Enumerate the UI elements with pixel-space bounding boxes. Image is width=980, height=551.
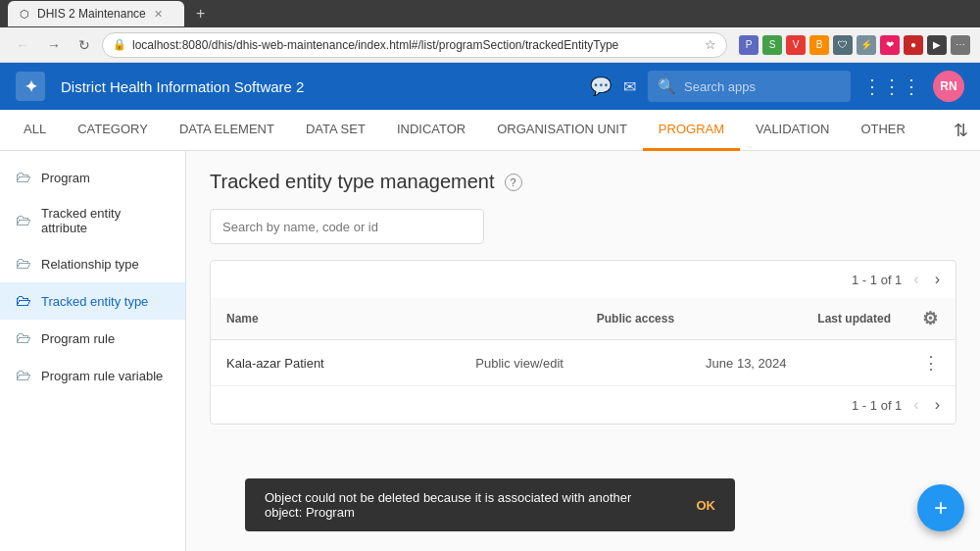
help-icon[interactable]: ? xyxy=(505,174,522,191)
pagination-bottom-text: 1 - 1 of 1 xyxy=(852,398,902,413)
tab-title: DHIS 2 Maintenance xyxy=(37,7,146,21)
browser-extensions: P S V B 🛡 ⚡ ❤ ● ▶ ⋯ xyxy=(739,35,970,55)
ext-icon-2[interactable]: S xyxy=(762,35,782,55)
cell-name: Kala-azar Patient xyxy=(211,340,460,386)
row-more-button[interactable]: ⋮ xyxy=(922,353,940,373)
tab-program[interactable]: PROGRAM xyxy=(643,110,740,151)
refresh-button[interactable]: ↻ xyxy=(73,33,96,57)
sidebar-item-relationship-type[interactable]: 🗁 Relationship type xyxy=(0,245,185,282)
th-last-updated: Last updated xyxy=(690,298,906,340)
tab-all[interactable]: ALL xyxy=(8,110,62,151)
filter-icon[interactable]: ⇅ xyxy=(950,116,972,145)
sidebar-item-label: Program rule xyxy=(41,331,115,346)
th-name: Name xyxy=(211,298,460,340)
sidebar-item-program[interactable]: 🗁 Program xyxy=(0,159,185,196)
tab-other[interactable]: OTHER xyxy=(845,110,921,151)
sidebar-item-label: Program xyxy=(41,171,90,185)
entity-search-input[interactable] xyxy=(210,209,484,244)
th-public-access: Public access xyxy=(460,298,690,340)
entity-table: Name Public access Last updated ⚙ Kala-a… xyxy=(211,298,956,386)
snackbar-ok-button[interactable]: OK xyxy=(697,498,716,513)
folder-icon: 🗁 xyxy=(16,367,31,384)
nav-tabs: ALL CATEGORY DATA ELEMENT DATA SET INDIC… xyxy=(0,110,980,151)
bookmark-icon[interactable]: ☆ xyxy=(705,37,716,52)
sidebar-item-label: Tracked entity type xyxy=(41,294,148,309)
app-logo: ✦ xyxy=(16,72,45,101)
fab-add-button[interactable]: + xyxy=(917,484,964,531)
tab-organisation-unit[interactable]: ORGANISATION UNIT xyxy=(481,110,643,151)
search-input[interactable] xyxy=(684,79,841,94)
tab-data-element[interactable]: DATA ELEMENT xyxy=(164,110,290,151)
sidebar: 🗁 Program 🗁 Tracked entity attribute 🗁 R… xyxy=(0,151,186,551)
tab-data-set[interactable]: DATA SET xyxy=(290,110,381,151)
sidebar-item-program-rule[interactable]: 🗁 Program rule xyxy=(0,320,185,357)
sidebar-item-label: Program rule variable xyxy=(41,369,163,383)
sidebar-item-tracked-entity-attribute[interactable]: 🗁 Tracked entity attribute xyxy=(0,196,185,245)
ext-icon-7[interactable]: ❤ xyxy=(880,35,900,55)
snackbar-message: Object could not be deleted because it i… xyxy=(265,490,658,520)
pagination-top-text: 1 - 1 of 1 xyxy=(852,273,902,287)
table-row: Kala-azar Patient Public view/edit June … xyxy=(211,340,956,386)
cell-last-updated: June 13, 2024 xyxy=(690,340,906,386)
ext-icon-1[interactable]: P xyxy=(739,35,759,55)
ext-icon-5[interactable]: 🛡 xyxy=(833,35,853,55)
table-container: 1 - 1 of 1 ‹ › Name Public access Last u… xyxy=(210,260,956,425)
search-container xyxy=(210,209,956,244)
tab-validation[interactable]: VALIDATION xyxy=(740,110,845,151)
search-icon: 🔍 xyxy=(658,77,676,95)
folder-icon: 🗁 xyxy=(16,292,31,310)
app-title: District Health Information Software 2 xyxy=(61,78,574,95)
folder-icon: 🗁 xyxy=(16,169,31,186)
lock-icon: 🔒 xyxy=(113,38,126,51)
tab-favicon: ⬡ xyxy=(20,8,29,21)
sidebar-item-label: Tracked entity attribute xyxy=(41,206,170,235)
search-bar[interactable]: 🔍 xyxy=(648,71,851,102)
tab-category[interactable]: CATEGORY xyxy=(62,110,164,151)
folder-icon: 🗁 xyxy=(16,329,31,347)
browser-chrome: ⬡ DHIS 2 Maintenance ✕ + xyxy=(0,0,980,27)
sidebar-item-tracked-entity-type[interactable]: 🗁 Tracked entity type xyxy=(0,282,185,320)
url-text: localhost:8080/dhis/dhis-web-maintenance… xyxy=(132,38,699,52)
table-header-row: Name Public access Last updated ⚙ xyxy=(211,298,956,340)
th-settings: ⚙ xyxy=(906,298,956,340)
logo-icon: ✦ xyxy=(24,77,37,96)
avatar[interactable]: RN xyxy=(933,71,964,102)
folder-icon: 🗁 xyxy=(16,212,31,229)
sidebar-item-program-rule-variable[interactable]: 🗁 Program rule variable xyxy=(0,357,185,394)
tab-close-button[interactable]: ✕ xyxy=(154,8,163,21)
apps-grid-icon[interactable]: ⋮⋮⋮ xyxy=(862,75,921,98)
prev-page-button-bottom[interactable]: ‹ xyxy=(909,392,922,418)
ext-icon-3[interactable]: V xyxy=(786,35,806,55)
ext-icon-9[interactable]: ▶ xyxy=(927,35,947,55)
fab-plus-icon: + xyxy=(934,494,948,522)
sidebar-item-label: Relationship type xyxy=(41,257,139,272)
folder-icon: 🗁 xyxy=(16,255,31,273)
prev-page-button-top[interactable]: ‹ xyxy=(909,267,922,292)
ext-icon-8[interactable]: ● xyxy=(904,35,923,55)
ext-icon-10[interactable]: ⋯ xyxy=(951,35,970,55)
next-page-button-bottom[interactable]: › xyxy=(931,392,944,418)
address-bar[interactable]: 🔒 localhost:8080/dhis/dhis-web-maintenan… xyxy=(102,32,727,58)
email-icon[interactable]: ✉ xyxy=(623,77,636,96)
header-icons: 💬 ✉ 🔍 ⋮⋮⋮ RN xyxy=(590,71,964,102)
ext-icon-6[interactable]: ⚡ xyxy=(857,35,876,55)
pagination-top: 1 - 1 of 1 ‹ › xyxy=(211,261,956,298)
tab-indicator[interactable]: INDICATOR xyxy=(381,110,481,151)
browser-toolbar: ← → ↻ 🔒 localhost:8080/dhis/dhis-web-mai… xyxy=(0,27,980,63)
browser-tab-active[interactable]: ⬡ DHIS 2 Maintenance ✕ xyxy=(8,1,184,26)
forward-button[interactable]: → xyxy=(41,33,67,57)
column-settings-icon[interactable]: ⚙ xyxy=(922,309,938,328)
snackbar: Object could not be deleted because it i… xyxy=(245,478,735,531)
chat-icon[interactable]: 💬 xyxy=(590,75,612,97)
ext-icon-4[interactable]: B xyxy=(809,35,829,55)
next-page-button-top[interactable]: › xyxy=(931,267,944,292)
cell-public-access: Public view/edit xyxy=(460,340,690,386)
page-title: Tracked entity type management xyxy=(210,171,495,193)
app-header: ✦ District Health Information Software 2… xyxy=(0,63,980,110)
cell-actions: ⋮ xyxy=(906,340,956,386)
page-header: Tracked entity type management ? xyxy=(210,171,956,193)
back-button[interactable]: ← xyxy=(10,33,35,57)
pagination-bottom: 1 - 1 of 1 ‹ › xyxy=(211,386,956,424)
new-tab-button[interactable]: + xyxy=(190,3,211,25)
